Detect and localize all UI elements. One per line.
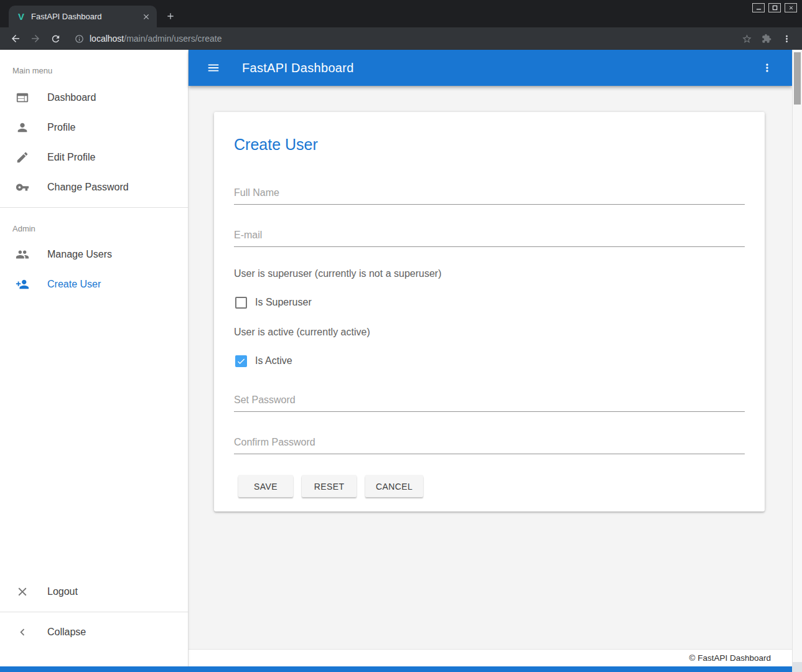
new-tab-button[interactable] bbox=[162, 7, 179, 25]
scrollbar-thumb[interactable] bbox=[794, 52, 801, 105]
sidebar-item-label: Logout bbox=[47, 586, 78, 597]
site-info-icon[interactable] bbox=[75, 34, 84, 44]
sidebar-item-profile[interactable]: Profile bbox=[0, 113, 188, 142]
browser-tab[interactable]: V FastAPI Dashboard bbox=[9, 6, 157, 27]
sidebar-item-edit-profile[interactable]: Edit Profile bbox=[0, 142, 188, 172]
sidebar: Main menu Dashboard Profile Edit Profile bbox=[0, 50, 189, 672]
bottom-blue-strip bbox=[0, 666, 792, 672]
browser-menu-icon[interactable] bbox=[777, 30, 796, 47]
sidebar-item-label: Dashboard bbox=[47, 92, 96, 103]
scrollbar-corner bbox=[793, 662, 802, 672]
content-area: Create User User is superuser (currently… bbox=[189, 86, 792, 649]
sidebar-divider bbox=[0, 612, 188, 612]
create-user-card: Create User User is superuser (currently… bbox=[214, 112, 765, 511]
window-controls bbox=[752, 3, 797, 12]
person-add-icon bbox=[15, 277, 30, 292]
full-name-input[interactable] bbox=[234, 184, 745, 205]
sidebar-header-admin: Admin bbox=[0, 213, 188, 240]
app-bar: FastAPI Dashboard bbox=[189, 50, 792, 86]
sidebar-item-label: Profile bbox=[47, 122, 75, 133]
sidebar-item-manage-users[interactable]: Manage Users bbox=[0, 240, 188, 269]
is-active-label[interactable]: Is Active bbox=[255, 355, 292, 366]
set-password-field-wrap bbox=[234, 391, 745, 412]
sidebar-item-label: Manage Users bbox=[47, 249, 112, 260]
is-superuser-checkbox[interactable] bbox=[235, 297, 247, 309]
sidebar-item-dashboard[interactable]: Dashboard bbox=[0, 83, 188, 113]
active-hint: User is active (currently active) bbox=[234, 327, 745, 338]
bookmark-star-icon[interactable] bbox=[737, 30, 756, 47]
dashboard-icon bbox=[15, 90, 30, 105]
confirm-password-field-wrap bbox=[234, 433, 745, 454]
page-viewport: Main menu Dashboard Profile Edit Profile bbox=[0, 50, 802, 672]
key-icon bbox=[15, 180, 30, 195]
reset-button[interactable]: RESET bbox=[302, 475, 357, 497]
vuetify-favicon-icon: V bbox=[16, 11, 26, 22]
page-title: Create User bbox=[234, 136, 745, 154]
form-actions: SAVE RESET CANCEL bbox=[238, 475, 745, 497]
sidebar-divider bbox=[0, 207, 188, 208]
person-icon bbox=[15, 120, 30, 135]
pencil-icon bbox=[15, 150, 30, 165]
browser-titlebar: V FastAPI Dashboard bbox=[0, 0, 802, 27]
sidebar-item-label: Edit Profile bbox=[47, 152, 95, 163]
app-title: FastAPI Dashboard bbox=[242, 61, 354, 75]
full-name-field-wrap bbox=[234, 184, 745, 205]
cancel-button[interactable]: CANCEL bbox=[365, 475, 423, 497]
sidebar-item-label: Collapse bbox=[47, 627, 86, 638]
chevron-left-icon bbox=[15, 625, 30, 640]
sidebar-spacer bbox=[0, 299, 188, 577]
sidebar-item-label: Change Password bbox=[47, 182, 129, 193]
sidebar-item-logout[interactable]: Logout bbox=[0, 577, 188, 607]
forward-icon[interactable] bbox=[26, 30, 45, 47]
address-bar[interactable]: localhost/main/admin/users/create bbox=[66, 30, 736, 47]
sidebar-header-main-menu: Main menu bbox=[0, 50, 188, 83]
tab-close-icon[interactable] bbox=[141, 11, 152, 22]
set-password-input[interactable] bbox=[234, 391, 745, 412]
page-footer: © FastAPI Dashboard bbox=[189, 649, 792, 666]
active-checkbox-row: Is Active bbox=[235, 353, 745, 368]
extensions-icon[interactable] bbox=[757, 30, 776, 47]
browser-toolbar: localhost/main/admin/users/create bbox=[0, 27, 802, 50]
superuser-hint: User is superuser (currently is not a su… bbox=[234, 268, 745, 279]
url-path: /main/admin/users/create bbox=[124, 34, 221, 44]
maximize-button[interactable] bbox=[768, 3, 781, 12]
email-field-wrap bbox=[234, 226, 745, 247]
kebab-menu-icon[interactable] bbox=[756, 57, 778, 79]
browser-window: V FastAPI Dashboard bbox=[0, 0, 802, 672]
vertical-scrollbar[interactable] bbox=[792, 50, 802, 672]
people-icon bbox=[15, 247, 30, 262]
is-active-checkbox[interactable] bbox=[235, 355, 247, 367]
sidebar-item-change-password[interactable]: Change Password bbox=[0, 172, 188, 202]
save-button[interactable]: SAVE bbox=[238, 475, 293, 497]
reload-icon[interactable] bbox=[46, 30, 65, 47]
email-input[interactable] bbox=[234, 226, 745, 247]
close-window-button[interactable] bbox=[785, 3, 797, 12]
tab-title: FastAPI Dashboard bbox=[31, 12, 136, 21]
sidebar-item-create-user[interactable]: Create User bbox=[0, 269, 188, 299]
url-host: localhost bbox=[90, 34, 124, 44]
confirm-password-input[interactable] bbox=[234, 433, 745, 454]
close-icon bbox=[15, 584, 30, 599]
superuser-checkbox-row: Is Superuser bbox=[235, 295, 745, 310]
main-area: FastAPI Dashboard Create User User is su… bbox=[189, 50, 792, 672]
copyright-text: © FastAPI Dashboard bbox=[689, 653, 771, 663]
sidebar-item-label: Create User bbox=[47, 279, 101, 290]
url-text[interactable]: localhost/main/admin/users/create bbox=[90, 34, 221, 44]
is-superuser-label[interactable]: Is Superuser bbox=[255, 297, 312, 308]
minimize-button[interactable] bbox=[752, 3, 765, 12]
sidebar-item-collapse[interactable]: Collapse bbox=[0, 617, 188, 647]
hamburger-menu-icon[interactable] bbox=[202, 57, 225, 79]
back-icon[interactable] bbox=[6, 30, 25, 47]
